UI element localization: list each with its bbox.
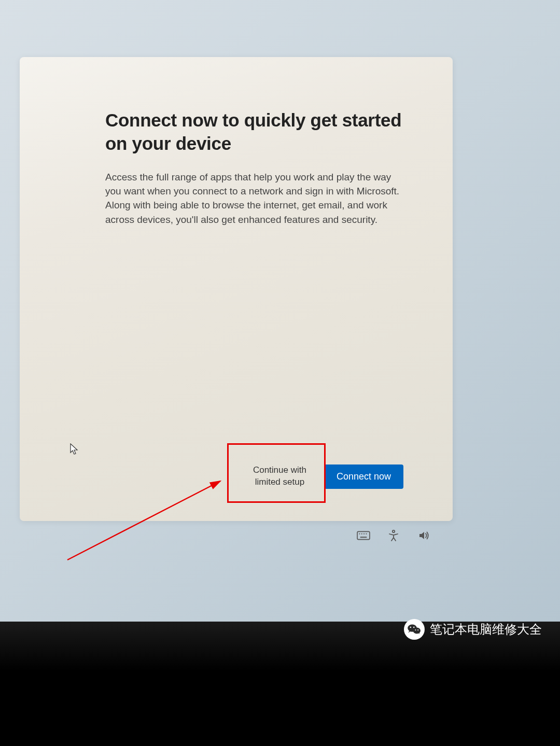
continue-limited-setup-button[interactable]: Continue with limited setup [247, 460, 313, 492]
oobe-dialog: Connect now to quickly get started on yo… [20, 57, 453, 521]
accessibility-icon[interactable] [387, 529, 400, 542]
volume-icon[interactable] [417, 529, 430, 542]
taskbar-system-icons [357, 529, 430, 542]
connect-now-button[interactable]: Connect now [324, 465, 403, 489]
dialog-title: Connect now to quickly get started on yo… [105, 109, 403, 156]
svg-point-8 [393, 530, 395, 532]
svg-point-13 [415, 629, 416, 630]
svg-point-11 [410, 627, 412, 628]
dialog-body-text: Access the full range of apps that help … [105, 170, 403, 227]
svg-point-10 [413, 627, 421, 634]
watermark-text: 笔记本电脑维修大全 [430, 621, 542, 638]
svg-point-12 [413, 627, 415, 628]
keyboard-icon[interactable] [357, 529, 370, 542]
svg-point-14 [417, 629, 418, 630]
svg-rect-2 [357, 531, 370, 539]
photo-bottom-bezel [0, 622, 560, 746]
dialog-button-row: Continue with limited setup Connect now [247, 460, 403, 492]
wechat-icon [404, 619, 425, 640]
watermark: 笔记本电脑维修大全 [404, 619, 542, 640]
